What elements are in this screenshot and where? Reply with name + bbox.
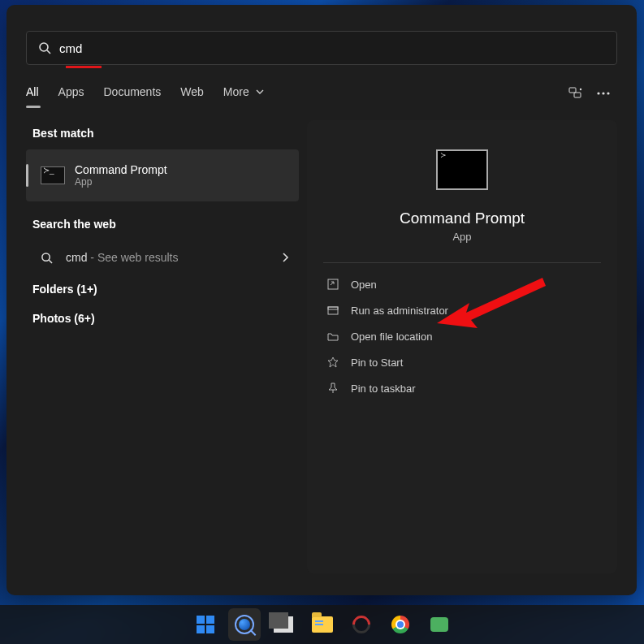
preview-title: Command Prompt — [400, 210, 525, 227]
chat-icon — [430, 617, 448, 632]
tab-web[interactable]: Web — [171, 82, 214, 105]
action-label: Open — [351, 279, 377, 291]
terminal-icon — [41, 166, 65, 184]
folder-icon — [326, 331, 339, 342]
action-label: Run as administrator — [351, 305, 448, 317]
windows-logo-icon — [197, 616, 214, 633]
start-search-panel: All Apps Documents Web More Best match C… — [6, 5, 637, 595]
best-match-label: Best match — [32, 127, 299, 140]
result-title: Command Prompt — [75, 163, 167, 176]
action-pin-to-taskbar[interactable]: Pin to taskbar — [317, 375, 607, 401]
svg-rect-12 — [328, 307, 338, 309]
loop-icon — [348, 612, 374, 637]
svg-point-6 — [602, 92, 604, 94]
folder-icon — [312, 616, 333, 633]
category-photos[interactable]: Photos (6+) — [26, 304, 299, 333]
action-open[interactable]: Open — [317, 271, 607, 297]
tab-apps[interactable]: Apps — [49, 82, 94, 105]
taskbar — [0, 605, 644, 644]
taskbar-app-button[interactable] — [345, 608, 378, 641]
admin-icon — [326, 305, 339, 316]
tab-documents[interactable]: Documents — [93, 82, 171, 105]
category-folders[interactable]: Folders (1+) — [26, 274, 299, 304]
tab-more[interactable]: More — [214, 82, 274, 105]
open-icon — [326, 279, 339, 290]
action-pin-to-start[interactable]: Pin to Start — [317, 349, 607, 375]
svg-point-5 — [597, 92, 599, 94]
divider — [323, 262, 601, 263]
chevron-down-icon — [256, 88, 264, 96]
chrome-icon — [391, 616, 409, 633]
preview-subtitle: App — [452, 231, 471, 243]
more-options-icon[interactable] — [590, 81, 617, 106]
svg-rect-11 — [328, 307, 338, 314]
result-subtitle: App — [75, 176, 167, 188]
svg-rect-3 — [574, 93, 581, 97]
search-icon — [38, 41, 51, 54]
pin-icon — [326, 383, 339, 394]
result-command-prompt[interactable]: Command Prompt App — [26, 149, 299, 201]
pin-icon — [326, 357, 339, 368]
taskbar-start-button[interactable] — [189, 608, 222, 641]
svg-point-7 — [607, 92, 609, 94]
search-icon — [41, 252, 53, 264]
action-label: Pin to taskbar — [351, 383, 416, 395]
taskbar-taskview-button[interactable] — [267, 608, 300, 641]
taskbar-explorer-button[interactable] — [306, 608, 339, 641]
chevron-right-icon — [281, 253, 289, 262]
action-label: Pin to Start — [351, 357, 403, 369]
svg-rect-10 — [328, 279, 338, 289]
taskbar-chat-button[interactable] — [423, 608, 456, 641]
taskview-icon — [274, 616, 293, 633]
svg-point-4 — [580, 89, 581, 90]
preview-pane: Command Prompt App Open Run as administr… — [307, 120, 617, 573]
results-column: Best match Command Prompt App Search the… — [6, 120, 299, 593]
terminal-icon — [436, 149, 488, 190]
web-result-row[interactable]: cmd - See web results — [26, 240, 299, 274]
taskbar-chrome-button[interactable] — [384, 608, 417, 641]
action-label: Open file location — [351, 331, 432, 343]
svg-line-1 — [47, 50, 50, 54]
annotation-underline — [66, 66, 102, 68]
svg-rect-2 — [569, 88, 576, 93]
search-icon — [235, 615, 254, 634]
action-open-file-location[interactable]: Open file location — [317, 323, 607, 349]
search-web-label: Search the web — [32, 218, 299, 231]
svg-point-0 — [40, 43, 48, 51]
search-tabs: All Apps Documents Web More — [26, 81, 617, 106]
search-options-icon[interactable] — [562, 81, 590, 106]
web-term: cmd — [66, 251, 87, 264]
taskbar-search-button[interactable] — [228, 608, 261, 641]
svg-point-8 — [42, 253, 50, 260]
search-bar[interactable] — [26, 31, 617, 65]
tab-all[interactable]: All — [26, 82, 49, 105]
search-input[interactable] — [51, 41, 605, 55]
web-hint: - See web results — [87, 251, 178, 264]
svg-line-9 — [49, 260, 52, 263]
action-run-as-admin[interactable]: Run as administrator — [317, 297, 607, 323]
